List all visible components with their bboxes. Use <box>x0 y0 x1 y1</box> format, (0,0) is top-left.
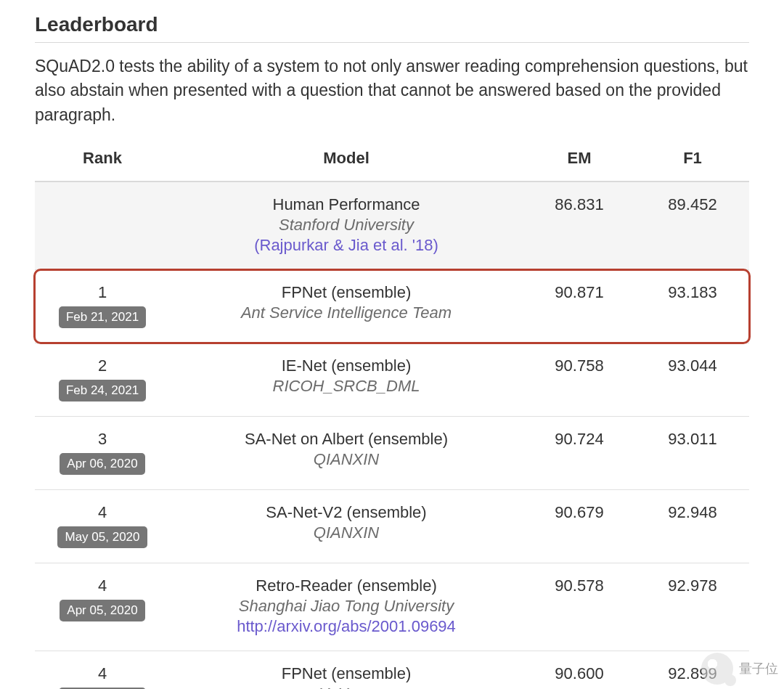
model-cell: SA-Net-V2 (ensemble)QIANXIN <box>170 490 523 563</box>
model-affiliation: YuYang <box>176 685 517 689</box>
date-badge: Feb 24, 2021 <box>59 380 146 401</box>
rank-cell: 4Apr 05, 2020 <box>35 563 170 651</box>
rank-number: 4 <box>41 664 164 683</box>
model-affiliation: RICOH_SRCB_DML <box>176 377 517 396</box>
human-performance-row: Human Performance Stanford University (R… <box>35 182 749 270</box>
leaderboard-table: Rank Model EM F1 Human Performance Stanf… <box>35 137 749 689</box>
model-affiliation: QIANXIN <box>176 450 517 469</box>
model-name: Retro-Reader (ensemble) <box>176 576 517 595</box>
rank-cell: 2Feb 24, 2021 <box>35 343 170 417</box>
rank-cell: 1Feb 21, 2021 <box>35 270 170 343</box>
model-affiliation: Shanghai Jiao Tong University <box>176 597 517 616</box>
model-affiliation: Stanford University <box>176 216 517 235</box>
model-citation-link[interactable]: (Rajpurkar & Jia et al. '18) <box>176 236 517 255</box>
model-cell: FPNet (ensemble)YuYang <box>170 651 523 689</box>
model-cell: FPNet (ensemble)Ant Service Intelligence… <box>170 270 523 343</box>
model-name: FPNet (ensemble) <box>176 664 517 683</box>
leaderboard-description: SQuAD2.0 tests the ability of a system t… <box>35 54 749 127</box>
model-name: Human Performance <box>176 195 517 214</box>
model-affiliation: QIANXIN <box>176 523 517 542</box>
model-name: SA-Net-V2 (ensemble) <box>176 503 517 522</box>
model-cell: Retro-Reader (ensemble)Shanghai Jiao Ton… <box>170 563 523 651</box>
rank-number: 4 <box>41 576 164 595</box>
table-row: 1Feb 21, 2021FPNet (ensemble)Ant Service… <box>35 270 749 343</box>
f1-cell: 93.183 <box>636 270 749 343</box>
rank-number: 3 <box>41 430 164 449</box>
table-row: 4Feb 05, 2021FPNet (ensemble)YuYang90.60… <box>35 651 749 689</box>
rank-cell: 4May 05, 2020 <box>35 490 170 563</box>
col-header-em: EM <box>523 137 636 182</box>
model-name: FPNet (ensemble) <box>176 283 517 302</box>
em-cell: 90.758 <box>523 343 636 417</box>
model-affiliation: Ant Service Intelligence Team <box>176 303 517 322</box>
table-row: 3Apr 06, 2020SA-Net on Albert (ensemble)… <box>35 417 749 490</box>
watermark: 量子位 <box>701 653 778 685</box>
rank-cell <box>35 182 170 270</box>
em-cell: 90.871 <box>523 270 636 343</box>
em-cell: 90.679 <box>523 490 636 563</box>
rank-number: 2 <box>41 356 164 375</box>
col-header-f1: F1 <box>636 137 749 182</box>
model-link[interactable]: http://arxiv.org/abs/2001.09694 <box>176 617 517 636</box>
table-header-row: Rank Model EM F1 <box>35 137 749 182</box>
date-badge: Apr 05, 2020 <box>60 600 144 621</box>
table-row: 4May 05, 2020SA-Net-V2 (ensemble)QIANXIN… <box>35 490 749 563</box>
date-badge: Feb 21, 2021 <box>59 306 146 328</box>
page-title: Leaderboard <box>35 13 749 36</box>
model-cell: Human Performance Stanford University (R… <box>170 182 523 270</box>
model-cell: SA-Net on Albert (ensemble)QIANXIN <box>170 417 523 490</box>
rank-cell: 4Feb 05, 2021 <box>35 651 170 689</box>
table-row: 2Feb 24, 2021IE-Net (ensemble)RICOH_SRCB… <box>35 343 749 417</box>
leaderboard-panel: Leaderboard SQuAD2.0 tests the ability o… <box>0 0 784 689</box>
f1-cell: 92.978 <box>636 563 749 651</box>
rank-number: 4 <box>41 503 164 522</box>
date-badge: Apr 06, 2020 <box>60 453 144 475</box>
model-name: IE-Net (ensemble) <box>176 356 517 375</box>
em-cell: 90.600 <box>523 651 636 689</box>
f1-cell: 93.044 <box>636 343 749 417</box>
em-cell: 90.724 <box>523 417 636 490</box>
col-header-rank: Rank <box>35 137 170 182</box>
table-row: 4Apr 05, 2020Retro-Reader (ensemble)Shan… <box>35 563 749 651</box>
em-cell: 90.578 <box>523 563 636 651</box>
watermark-text: 量子位 <box>739 660 778 677</box>
rank-cell: 3Apr 06, 2020 <box>35 417 170 490</box>
model-cell: IE-Net (ensemble)RICOH_SRCB_DML <box>170 343 523 417</box>
f1-cell: 93.011 <box>636 417 749 490</box>
f1-cell: 92.948 <box>636 490 749 563</box>
em-cell: 86.831 <box>523 182 636 270</box>
f1-cell: 89.452 <box>636 182 749 270</box>
title-divider <box>35 42 749 43</box>
wechat-icon <box>701 653 733 685</box>
col-header-model: Model <box>170 137 523 182</box>
model-name: SA-Net on Albert (ensemble) <box>176 430 517 449</box>
date-badge: May 05, 2020 <box>57 526 147 548</box>
rank-number: 1 <box>41 283 164 302</box>
